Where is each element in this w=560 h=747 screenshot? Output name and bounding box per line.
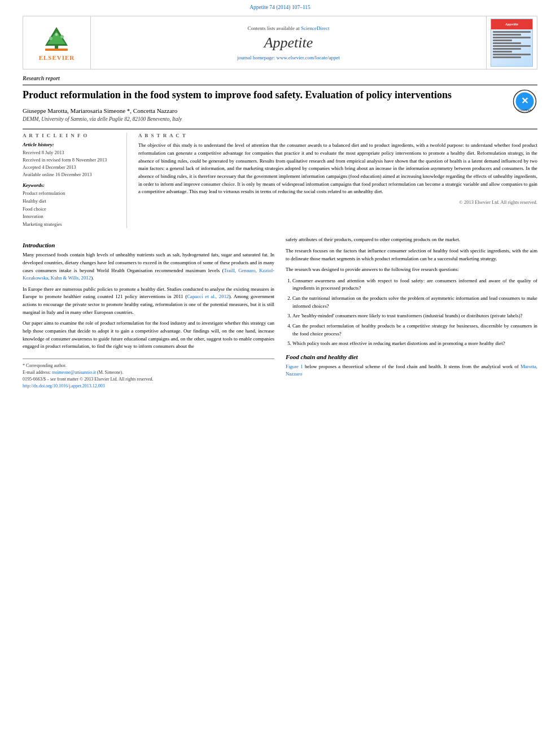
thumb-line (493, 42, 521, 44)
journal-cover-thumb: Appetite (491, 19, 533, 67)
introduction-heading: Introduction (23, 242, 274, 248)
marotta-nazzaro-link[interactable]: Marotta, Nazzaro (286, 364, 537, 377)
copyright-text: © 2013 Elsevier Ltd. All rights reserved… (138, 199, 537, 205)
journal-ref-text: Appetite 74 (2014) 107–115 (250, 5, 310, 10)
thumb-line (493, 51, 512, 53)
footnote-asterisk: * Corresponding author. (23, 362, 274, 369)
intro-para-2: In Europe there are numerous public poli… (23, 286, 274, 317)
article-info-label: A R T I C L E I N F O (23, 133, 120, 138)
doi-link[interactable]: http://dx.doi.org/10.1016/j.appet.2013.1… (23, 383, 105, 388)
question-5: Which policy tools are most effective in… (292, 340, 537, 348)
journal-reference-bar: Appetite 74 (2014) 107–115 (0, 0, 560, 12)
thumb-title: Appetite (505, 22, 519, 27)
food-chain-heading: Food chain and healthy diet (286, 353, 537, 360)
article-history: Article history: Received 8 July 2013 Re… (23, 142, 120, 178)
thumb-line (493, 34, 521, 36)
article-title: Product reformulation in the food system… (23, 89, 463, 102)
abstract-label: A B S T R A C T (138, 133, 537, 138)
thumb-line (493, 40, 512, 41)
right-para-3: The research was designed to provide ans… (286, 266, 537, 274)
info-divider (23, 129, 537, 129)
keywords-label: Keywords: (23, 182, 120, 188)
right-para-1: safety attributes of their products, com… (286, 236, 537, 244)
right-para-2: The research focuses on the factors that… (286, 247, 537, 263)
elsevier-logo-area: ELSEVIER (23, 16, 91, 69)
question-1: Consumer awareness and attention with re… (292, 277, 537, 292)
body-left-column: Introduction Many processed foods contai… (23, 236, 274, 390)
svg-text:CrossMark: CrossMark (518, 108, 532, 112)
thumb-line (493, 56, 521, 58)
journal-title-area: Contents lists available at ScienceDirec… (91, 16, 486, 69)
body-content: Introduction Many processed foods contai… (23, 236, 537, 390)
figure-1-link[interactable]: Figure 1 (286, 364, 303, 369)
crossmark-icon: ✕ CrossMark (512, 89, 537, 114)
keyword-4: Innovation (23, 213, 120, 221)
history-item-4: Available online 16 December 2013 (23, 171, 120, 178)
crossmark-area: ✕ CrossMark (512, 89, 537, 115)
question-2: Can the nutritional information on the p… (292, 295, 537, 310)
page: Appetite 74 (2014) 107–115 ELSE (0, 0, 560, 747)
info-abstract-section: A R T I C L E I N F O Article history: R… (23, 133, 537, 228)
authors-text: Giuseppe Marotta, Mariarosaria Simeone *… (23, 107, 177, 114)
svg-rect-6 (45, 49, 68, 51)
abstract-text: The objective of this study is to unders… (138, 142, 537, 195)
article-content: Research report ✕ CrossMark Product refo… (23, 75, 537, 228)
keyword-1: Product reformulation (23, 190, 120, 198)
journal-title: Appetite (264, 34, 313, 51)
elsevier-label: ELSEVIER (39, 54, 75, 61)
thumb-line (493, 54, 531, 55)
article-info-column: A R T I C L E I N F O Article history: R… (23, 133, 127, 228)
thumb-line (493, 31, 531, 33)
email-link[interactable]: msimeone@unisannio.it (52, 370, 96, 375)
question-4: Can the product reformulation of healthy… (292, 322, 537, 338)
abstract-column: A B S T R A C T The objective of this st… (138, 133, 537, 228)
research-questions-list: Consumer awareness and attention with re… (286, 277, 537, 348)
citation-link-2[interactable]: Capacci et al., 2012 (187, 294, 229, 299)
article-authors: Giuseppe Marotta, Mariarosaria Simeone *… (23, 107, 537, 114)
article-affiliation: DEMM, University of Samnio, via delle Pu… (23, 116, 537, 122)
thumb-body (491, 29, 532, 60)
thumb-header: Appetite (491, 19, 532, 29)
contents-line: Contents lists available at ScienceDirec… (248, 25, 330, 31)
intro-para-1: Many processed foods contain high levels… (23, 251, 274, 282)
thumb-line (493, 48, 521, 50)
elsevier-tree-icon (40, 24, 73, 53)
elsevier-logo: ELSEVIER (39, 24, 75, 61)
footnote-email: E-mail address: msimeone@unisannio.it (M… (23, 369, 274, 376)
history-item-2: Received in revised form 8 November 2013 (23, 156, 120, 164)
journal-homepage[interactable]: journal homepage: www.elsevier.com/locat… (237, 55, 340, 60)
journal-header: ELSEVIER Contents lists available at Sci… (23, 16, 537, 69)
svg-point-5 (55, 33, 58, 36)
sciencedirect-link[interactable]: ScienceDirect (301, 25, 329, 31)
keyword-5: Marketing strategies (23, 221, 120, 229)
food-chain-para: Figure 1 below proposes a theoretical sc… (286, 363, 537, 378)
keyword-3: Food choice (23, 206, 120, 213)
citation-link-1[interactable]: Traill, Gennaro, Koziol-Kozakowska, Kuhn… (23, 268, 274, 281)
title-divider (23, 85, 537, 85)
body-two-columns: Introduction Many processed foods contai… (23, 236, 537, 390)
thumb-line (493, 45, 531, 47)
svg-point-4 (60, 35, 64, 38)
question-3: Are 'healthy-minded' consumers more like… (292, 312, 537, 320)
footnote-doi: http://dx.doi.org/10.1016/j.appet.2013.1… (23, 383, 274, 390)
svg-text:✕: ✕ (521, 96, 528, 106)
history-label: Article history: (23, 142, 120, 147)
thumb-lines (493, 31, 531, 58)
history-item-1: Received 8 July 2013 (23, 149, 120, 156)
keyword-2: Healthy diet (23, 198, 120, 206)
svg-point-3 (49, 37, 53, 40)
body-right-column: safety attributes of their products, com… (286, 236, 537, 390)
footnote-rights: 0195-6663/$ – see front matter © 2013 El… (23, 376, 274, 383)
footnote-area: * Corresponding author. E-mail address: … (23, 359, 274, 390)
keywords-section: Keywords: Product reformulation Healthy … (23, 182, 120, 228)
intro-para-3: Our paper aims to examine the role of pr… (23, 320, 274, 351)
journal-thumbnail-area: Appetite (486, 16, 537, 69)
article-section-label: Research report (23, 75, 537, 81)
contents-text: Contents lists available at (248, 25, 300, 31)
thumb-line (493, 37, 531, 38)
history-item-3: Accepted 4 December 2013 (23, 164, 120, 171)
